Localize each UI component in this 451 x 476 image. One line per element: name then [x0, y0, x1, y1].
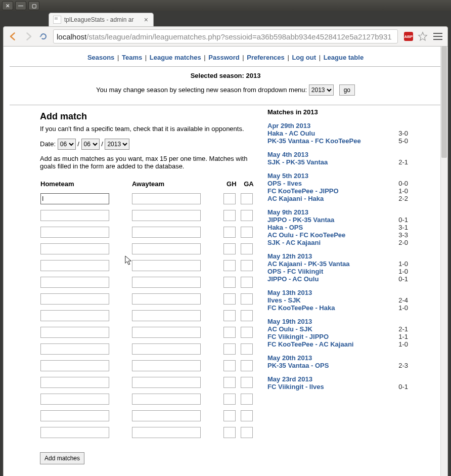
gh-input[interactable]: [223, 410, 236, 421]
gh-input[interactable]: [223, 243, 236, 254]
gh-input[interactable]: [223, 260, 236, 271]
awayteam-input[interactable]: [132, 360, 201, 371]
ga-input[interactable]: [241, 427, 253, 438]
ga-input[interactable]: [241, 293, 253, 305]
address-bar[interactable]: localhost/stats/league/admin/leaguematch…: [53, 29, 398, 44]
match-teams-link[interactable]: PK-35 Vantaa - OPS: [267, 362, 329, 369]
hometeam-input[interactable]: [40, 343, 109, 355]
gh-input[interactable]: [223, 310, 236, 321]
gh-input[interactable]: [223, 193, 236, 204]
awayteam-input[interactable]: [132, 193, 201, 204]
match-teams-link[interactable]: SJK - AC Kajaani: [267, 239, 321, 246]
hometeam-input[interactable]: [40, 243, 109, 254]
hometeam-input[interactable]: [40, 293, 109, 305]
ga-input[interactable]: [241, 377, 253, 388]
date-day-select[interactable]: 06: [58, 139, 76, 150]
match-date-link[interactable]: May 13th 2013: [267, 289, 312, 296]
match-date-link[interactable]: Apr 29th 2013: [267, 122, 310, 129]
awayteam-input[interactable]: [132, 210, 201, 221]
hometeam-input[interactable]: [40, 427, 109, 438]
nav-link[interactable]: Teams: [122, 54, 142, 61]
gh-input[interactable]: [223, 277, 236, 288]
gh-input[interactable]: [223, 327, 236, 338]
match-teams-link[interactable]: FC Viikingit - JIPPO: [267, 333, 329, 340]
nav-link[interactable]: Preferences: [247, 54, 284, 61]
match-teams-link[interactable]: SJK - PK-35 Vantaa: [267, 158, 328, 166]
match-teams-link[interactable]: Haka - OPS: [267, 224, 303, 231]
awayteam-input[interactable]: [132, 310, 201, 321]
match-teams-link[interactable]: JIPPO - AC Oulu: [267, 275, 319, 283]
hometeam-input[interactable]: [40, 377, 109, 388]
ga-input[interactable]: [241, 410, 253, 421]
ga-input[interactable]: [241, 327, 253, 338]
go-button[interactable]: go: [339, 84, 355, 96]
awayteam-input[interactable]: [132, 343, 201, 355]
match-teams-link[interactable]: FC KooTeePee - JIPPO: [267, 187, 339, 195]
gh-input[interactable]: [223, 293, 236, 305]
bookmark-button[interactable]: [417, 31, 428, 42]
ga-input[interactable]: [241, 310, 253, 321]
awayteam-input[interactable]: [132, 277, 201, 288]
gh-input[interactable]: [223, 427, 236, 438]
match-teams-link[interactable]: PK-35 Vantaa - FC KooTeePee: [267, 137, 361, 145]
forward-button[interactable]: [23, 31, 34, 42]
hometeam-input[interactable]: [40, 260, 109, 271]
window-close-button[interactable]: ✕: [2, 1, 13, 10]
scroll-thumb[interactable]: [441, 47, 447, 158]
gh-input[interactable]: [223, 343, 236, 355]
nav-link[interactable]: Log out: [292, 54, 316, 61]
match-date-link[interactable]: May 9th 2013: [267, 208, 308, 216]
season-select[interactable]: 2013: [309, 84, 334, 96]
back-button[interactable]: [8, 31, 19, 42]
hometeam-input[interactable]: [40, 327, 109, 338]
match-date-link[interactable]: May 4th 2013: [267, 151, 308, 158]
window-maximize-button[interactable]: ▢: [28, 1, 39, 10]
hometeam-input[interactable]: [40, 394, 109, 405]
awayteam-input[interactable]: [132, 377, 201, 388]
ga-input[interactable]: [241, 210, 253, 221]
match-teams-link[interactable]: OPS - FC Viikingit: [267, 268, 323, 275]
hometeam-input[interactable]: [40, 277, 109, 288]
match-date-link[interactable]: May 12th 2013: [267, 252, 312, 260]
hometeam-input[interactable]: [40, 410, 109, 421]
ga-input[interactable]: [241, 260, 253, 271]
match-teams-link[interactable]: AC Kajaani - Haka: [267, 195, 324, 202]
tab-close-icon[interactable]: ×: [143, 16, 149, 24]
match-teams-link[interactable]: JIPPO - PK-35 Vantaa: [267, 216, 334, 224]
match-date-link[interactable]: May 5th 2013: [267, 172, 308, 180]
ga-input[interactable]: [241, 227, 253, 238]
date-month-select[interactable]: 06: [81, 139, 100, 150]
match-teams-link[interactable]: FC KooTeePee - AC Kajaani: [267, 340, 353, 348]
nav-link[interactable]: League table: [324, 54, 364, 61]
nav-link[interactable]: Password: [208, 54, 239, 61]
match-teams-link[interactable]: AC Kajaani - PK-35 Vantaa: [267, 260, 350, 268]
awayteam-input[interactable]: [132, 410, 201, 421]
gh-input[interactable]: [223, 360, 236, 371]
reload-button[interactable]: [38, 31, 49, 42]
ga-input[interactable]: [241, 243, 253, 254]
abp-badge-icon[interactable]: ABP: [404, 32, 413, 41]
match-teams-link[interactable]: OPS - Ilves: [267, 180, 302, 187]
gh-input[interactable]: [223, 377, 236, 388]
ga-input[interactable]: [241, 193, 253, 204]
match-teams-link[interactable]: Haka - AC Oulu: [267, 129, 315, 137]
awayteam-input[interactable]: [132, 327, 201, 338]
gh-input[interactable]: [223, 227, 236, 238]
browser-menu-button[interactable]: [432, 31, 443, 42]
hometeam-input[interactable]: [40, 360, 109, 371]
date-year-select[interactable]: 2013: [105, 139, 129, 150]
hometeam-input[interactable]: [40, 210, 109, 221]
ga-input[interactable]: [241, 277, 253, 288]
ga-input[interactable]: [241, 360, 253, 371]
awayteam-input[interactable]: [132, 293, 201, 305]
match-teams-link[interactable]: FC KooTeePee - Haka: [267, 304, 335, 312]
gh-input[interactable]: [223, 394, 236, 405]
hometeam-input[interactable]: [40, 227, 109, 238]
match-teams-link[interactable]: AC Oulu - SJK: [267, 325, 312, 333]
ga-input[interactable]: [241, 394, 253, 405]
hometeam-input[interactable]: [40, 193, 109, 204]
awayteam-input[interactable]: [132, 227, 201, 238]
browser-tab[interactable]: tplLeagueStats - admin ar ×: [49, 13, 154, 26]
match-teams-link[interactable]: Ilves - SJK: [267, 296, 301, 304]
hometeam-input[interactable]: [40, 310, 109, 321]
